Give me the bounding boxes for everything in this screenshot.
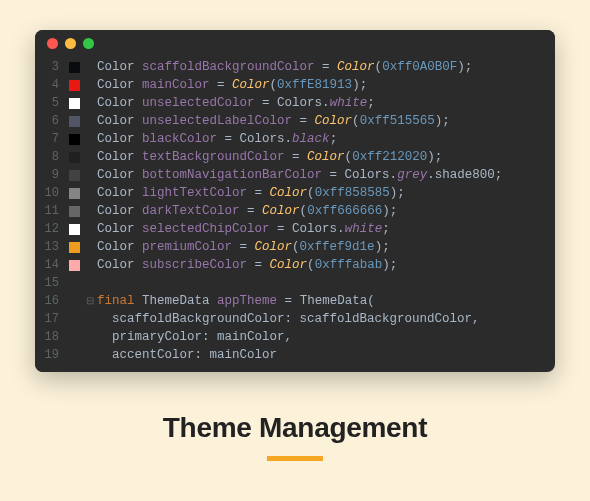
fold-indicator	[83, 148, 97, 166]
color-swatch	[65, 202, 83, 220]
code-area: 345678910111213141516171819 ⊟ Color scaf…	[35, 56, 555, 372]
code-content: Color scaffoldBackgroundColor = Color(0x…	[97, 56, 555, 372]
line-number: 9	[35, 166, 59, 184]
code-line: accentColor: mainColor	[97, 346, 555, 364]
fold-indicator	[83, 130, 97, 148]
code-line: Color darkTextColor = Color(0xff666666);	[97, 202, 555, 220]
color-swatch	[65, 148, 83, 166]
color-swatch	[65, 328, 83, 346]
color-swatch	[65, 76, 83, 94]
fold-indicator	[83, 220, 97, 238]
code-line: Color premiumColor = Color(0xffef9d1e);	[97, 238, 555, 256]
code-line: Color mainColor = Color(0xffE81913);	[97, 76, 555, 94]
window-titlebar	[35, 30, 555, 56]
fold-indicator	[83, 112, 97, 130]
line-number: 7	[35, 130, 59, 148]
line-number: 18	[35, 328, 59, 346]
code-line: primaryColor: mainColor,	[97, 328, 555, 346]
code-line: Color subscribeColor = Color(0xfffabab);	[97, 256, 555, 274]
color-swatch	[65, 184, 83, 202]
fold-gutter: ⊟	[83, 56, 97, 372]
line-number-gutter: 345678910111213141516171819	[35, 56, 65, 372]
line-number: 5	[35, 94, 59, 112]
caption: Theme Management	[163, 412, 427, 461]
code-line: Color bottomNavigationBarColor = Colors.…	[97, 166, 555, 184]
code-line: Color unselectedColor = Colors.white;	[97, 94, 555, 112]
line-number: 14	[35, 256, 59, 274]
code-line: final ThemeData appTheme = ThemeData(	[97, 292, 555, 310]
fold-indicator	[83, 328, 97, 346]
color-swatch	[65, 310, 83, 328]
fold-indicator	[83, 346, 97, 364]
fold-indicator: ⊟	[83, 292, 97, 310]
maximize-icon[interactable]	[83, 38, 94, 49]
minimize-icon[interactable]	[65, 38, 76, 49]
fold-indicator	[83, 76, 97, 94]
line-number: 4	[35, 76, 59, 94]
fold-indicator	[83, 274, 97, 292]
fold-indicator	[83, 58, 97, 76]
line-number: 11	[35, 202, 59, 220]
line-number: 3	[35, 58, 59, 76]
code-line: scaffoldBackgroundColor: scaffoldBackgro…	[97, 310, 555, 328]
color-swatch	[65, 292, 83, 310]
color-swatch	[65, 238, 83, 256]
color-swatch	[65, 220, 83, 238]
line-number: 19	[35, 346, 59, 364]
color-swatch	[65, 166, 83, 184]
color-swatch	[65, 274, 83, 292]
line-number: 10	[35, 184, 59, 202]
caption-underline	[267, 456, 323, 461]
code-line: Color scaffoldBackgroundColor = Color(0x…	[97, 58, 555, 76]
code-editor: 345678910111213141516171819 ⊟ Color scaf…	[35, 30, 555, 372]
fold-indicator	[83, 94, 97, 112]
line-number: 16	[35, 292, 59, 310]
color-swatch	[65, 130, 83, 148]
color-swatch	[65, 256, 83, 274]
line-number: 6	[35, 112, 59, 130]
color-swatch	[65, 94, 83, 112]
close-icon[interactable]	[47, 38, 58, 49]
code-line: Color textBackgroundColor = Color(0xff21…	[97, 148, 555, 166]
fold-indicator	[83, 166, 97, 184]
code-line	[97, 274, 555, 292]
code-line: Color unselectedLabelColor = Color(0xff5…	[97, 112, 555, 130]
fold-indicator	[83, 202, 97, 220]
line-number: 15	[35, 274, 59, 292]
code-line: Color blackColor = Colors.black;	[97, 130, 555, 148]
fold-indicator	[83, 238, 97, 256]
line-number: 13	[35, 238, 59, 256]
fold-indicator	[83, 184, 97, 202]
code-line: Color lightTextColor = Color(0xff858585)…	[97, 184, 555, 202]
color-swatch	[65, 112, 83, 130]
line-number: 12	[35, 220, 59, 238]
fold-indicator	[83, 310, 97, 328]
caption-title: Theme Management	[163, 412, 427, 444]
code-line: Color selectedChipColor = Colors.white;	[97, 220, 555, 238]
color-swatch	[65, 346, 83, 364]
line-number: 8	[35, 148, 59, 166]
line-number: 17	[35, 310, 59, 328]
color-swatch	[65, 58, 83, 76]
fold-indicator	[83, 256, 97, 274]
color-swatch-gutter	[65, 56, 83, 372]
